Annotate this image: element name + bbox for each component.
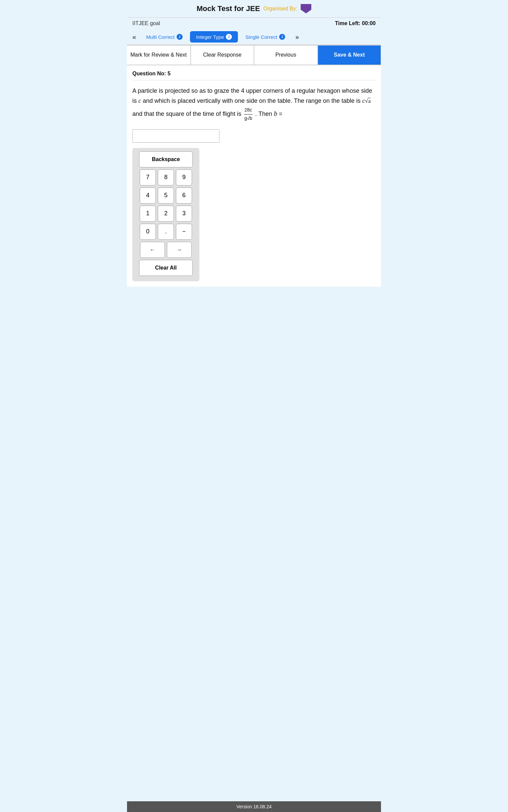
app-name: IITJEE goal <box>132 20 160 27</box>
sub-header: IITJEE goal Time Left: 00:00 <box>127 18 381 29</box>
tab-multi-correct-label: Multi Correct <box>146 34 175 40</box>
numpad-arrow-right-button[interactable]: → <box>167 242 192 258</box>
numpad-key-minus[interactable]: − <box>176 224 192 240</box>
mark-review-button[interactable]: Mark for Review & Next <box>127 45 190 65</box>
numpad-key-2[interactable]: 2 <box>158 205 174 222</box>
question-then-b: . Then b = <box>255 110 282 117</box>
tab-integer-type[interactable]: Integer Type i <box>190 31 238 43</box>
numpad-row-backspace: Backspace <box>136 151 196 168</box>
numpad-key-7[interactable]: 7 <box>140 170 156 186</box>
header: Mock Test for JEE Organised By: <box>127 0 381 18</box>
numpad-key-4[interactable]: 4 <box>140 188 156 203</box>
numpad-key-9[interactable]: 9 <box>176 170 192 186</box>
numpad-row-clear-all: Clear All <box>136 260 196 276</box>
question-and-that: and that the square of the time of fligh… <box>132 110 243 117</box>
answer-input[interactable] <box>132 129 219 143</box>
save-next-button[interactable]: Save & Next <box>318 45 381 65</box>
numpad-row-456: 4 5 6 <box>136 188 196 203</box>
numpad-row-arrows: ← → <box>136 242 196 258</box>
tab-multi-correct-info-icon[interactable]: i <box>177 34 183 40</box>
question-number: Question No: 5 <box>132 70 376 80</box>
question-and-which: and which is placed vertically with one … <box>141 97 362 104</box>
numpad-key-1[interactable]: 1 <box>140 205 156 222</box>
numpad-backspace-button[interactable]: Backspace <box>139 151 193 168</box>
tab-single-correct-info-icon[interactable]: i <box>279 34 285 40</box>
tab-integer-type-label: Integer Type <box>196 34 224 40</box>
question-text: A particle is projected so as to graze t… <box>132 86 376 123</box>
tabs-next-button[interactable]: » <box>293 32 302 42</box>
brand-logo-icon <box>301 4 311 13</box>
tab-single-correct-label: Single Correct <box>245 34 277 40</box>
header-title: Mock Test for JEE <box>197 4 260 13</box>
numpad-key-6[interactable]: 6 <box>176 188 192 203</box>
numpad-key-dot[interactable]: . <box>158 224 174 240</box>
numpad-key-3[interactable]: 3 <box>176 205 192 222</box>
clear-response-button[interactable]: Clear Response <box>190 45 254 65</box>
question-fraction: 28c g√b <box>243 110 255 117</box>
time-left: Time Left: 00:00 <box>335 20 376 27</box>
numpad-key-0[interactable]: 0 <box>140 224 156 240</box>
tab-multi-correct[interactable]: Multi Correct i <box>140 31 189 43</box>
numpad-clear-all-button[interactable]: Clear All <box>139 260 193 276</box>
numpad: Backspace 7 8 9 4 5 6 1 2 3 0 . − ← → Cl… <box>132 148 199 281</box>
previous-button[interactable]: Previous <box>254 45 318 65</box>
answer-input-container <box>132 129 376 143</box>
tabs-container: « Multi Correct i Integer Type i Single … <box>127 29 381 45</box>
numpad-row-789: 7 8 9 <box>136 170 196 186</box>
numpad-arrow-left-button[interactable]: ← <box>140 242 165 258</box>
question-range-expr: c√a <box>362 97 371 104</box>
numpad-row-0dot-minus: 0 . − <box>136 224 196 240</box>
question-var-c: c <box>138 97 141 104</box>
tab-integer-type-info-icon[interactable]: i <box>226 34 232 40</box>
tabs-prev-button[interactable]: « <box>130 32 139 42</box>
numpad-key-5[interactable]: 5 <box>158 188 174 203</box>
action-buttons-row: Mark for Review & Next Clear Response Pr… <box>127 45 381 65</box>
tab-single-correct[interactable]: Single Correct i <box>239 31 291 43</box>
question-area: Question No: 5 A particle is projected s… <box>127 65 381 287</box>
numpad-row-123: 1 2 3 <box>136 205 196 222</box>
numpad-key-8[interactable]: 8 <box>158 170 174 186</box>
organised-by-label: Organised By: <box>263 6 297 12</box>
